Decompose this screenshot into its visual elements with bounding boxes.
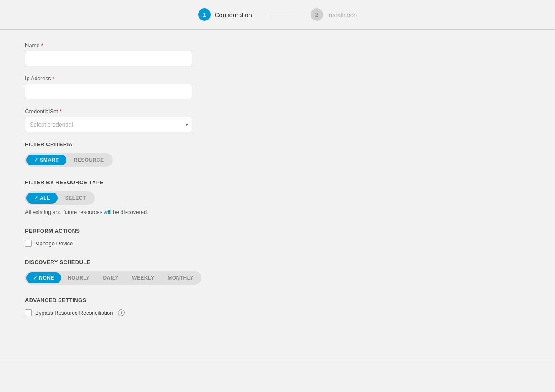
filter-resource-info: All existing and future resources will b… xyxy=(25,209,226,215)
step-1-circle: 1 xyxy=(198,8,211,21)
filter-criteria-smart-button[interactable]: SMART xyxy=(26,155,66,165)
filter-criteria-toggle-group: SMART RESOURCE xyxy=(25,153,113,167)
schedule-monthly-button[interactable]: MONTHLY xyxy=(161,272,200,283)
step-2: 2 Installation xyxy=(311,8,357,21)
step-2-label: Installation xyxy=(327,11,357,18)
name-field-group: Name * xyxy=(25,42,226,66)
name-required-star: * xyxy=(41,42,43,48)
perform-actions-title: PERFORM ACTIONS xyxy=(25,228,226,234)
manage-device-row: Manage Device xyxy=(25,240,226,247)
ip-required-star: * xyxy=(52,75,54,81)
step-1-label: Configuration xyxy=(215,11,252,18)
filter-resource-type-title: FILTER BY RESOURCE TYPE xyxy=(25,179,226,186)
credential-label: CredentialSet * xyxy=(25,108,226,115)
page-wrapper: 1 Configuration 2 Installation Name * Ip… xyxy=(0,0,555,392)
schedule-daily-button[interactable]: DAILY xyxy=(97,272,125,283)
ip-field-group: Ip Address * xyxy=(25,75,226,99)
discovery-schedule-section: DISCOVERY SCHEDULE NONE HOURLY DAILY WEE… xyxy=(25,259,226,285)
bypass-reconciliation-label: Bypass Resource Reconciliation xyxy=(35,310,113,316)
step-1: 1 Configuration xyxy=(198,8,252,21)
bypass-reconciliation-row: Bypass Resource Reconciliation i xyxy=(25,309,226,316)
ip-label: Ip Address * xyxy=(25,75,226,81)
bypass-reconciliation-info-icon[interactable]: i xyxy=(118,309,125,316)
step-2-circle: 2 xyxy=(311,8,323,21)
name-label: Name * xyxy=(25,42,226,48)
schedule-hourly-button[interactable]: HOURLY xyxy=(61,272,97,283)
filter-resource-select-button[interactable]: SELECT xyxy=(58,193,94,204)
filter-resource-all-button[interactable]: ALL xyxy=(26,193,58,204)
name-input[interactable] xyxy=(25,51,192,66)
perform-actions-section: PERFORM ACTIONS Manage Device xyxy=(25,228,226,247)
credential-select[interactable]: Select credential xyxy=(25,117,192,132)
discovery-schedule-title: DISCOVERY SCHEDULE xyxy=(25,259,226,265)
credential-select-wrapper: Select credential ▾ xyxy=(25,117,192,132)
discovery-schedule-toggle-group: NONE HOURLY DAILY WEEKLY MONTHLY xyxy=(25,271,201,285)
manage-device-label: Manage Device xyxy=(35,240,73,247)
filter-criteria-section: FILTER CRITERIA SMART RESOURCE xyxy=(25,141,226,167)
filter-resource-toggle-group: ALL SELECT xyxy=(25,191,95,205)
credential-required-star: * xyxy=(59,108,61,115)
manage-device-checkbox[interactable] xyxy=(25,240,32,247)
ip-input[interactable] xyxy=(25,84,192,99)
filter-criteria-resource-button[interactable]: RESOURCE xyxy=(66,155,112,165)
advanced-settings-title: ADVANCED SETTINGS xyxy=(25,297,226,303)
schedule-none-button[interactable]: NONE xyxy=(26,272,61,283)
bypass-reconciliation-checkbox[interactable] xyxy=(25,309,32,316)
schedule-weekly-button[interactable]: WEEKLY xyxy=(125,272,161,283)
bottom-separator xyxy=(0,358,555,358)
stepper-divider xyxy=(269,15,294,15)
stepper: 1 Configuration 2 Installation xyxy=(0,0,555,29)
form-content: Name * Ip Address * CredentialSet * Sele… xyxy=(0,30,251,341)
advanced-settings-section: ADVANCED SETTINGS Bypass Resource Reconc… xyxy=(25,297,226,316)
filter-resource-type-section: FILTER BY RESOURCE TYPE ALL SELECT All e… xyxy=(25,179,226,215)
filter-criteria-title: FILTER CRITERIA xyxy=(25,141,226,148)
credential-field-group: CredentialSet * Select credential ▾ xyxy=(25,108,226,132)
